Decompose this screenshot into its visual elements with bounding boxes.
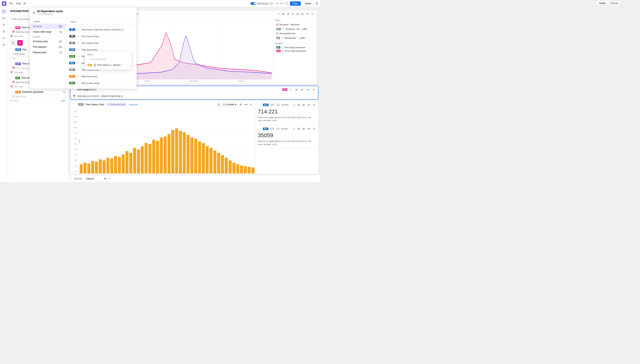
hist-more-btn[interactable]: ••• xyxy=(244,102,248,106)
dc-card-text-f: Time Series Chart xyxy=(82,42,133,44)
plot-label-metro: Metropolitan Ave xyxy=(279,32,314,34)
sidebar-icon-grid[interactable]: ⊞ xyxy=(1,29,7,34)
redo-btn[interactable]: ↪ xyxy=(280,2,283,5)
y-label-6: 6.0 xyxy=(75,154,77,156)
svg-rect-21 xyxy=(106,158,110,173)
edit-btn[interactable]: ✎ xyxy=(291,12,295,16)
canvas-select[interactable]: Canvas xyxy=(83,176,107,181)
history-btn[interactable]: 🕐 xyxy=(284,2,288,5)
dc-card-tag-kf: $KF xyxy=(69,68,75,71)
hist-add-plot-btn[interactable]: + Add plot xyxy=(128,104,138,106)
drag-handle-lv: ⋮⋮ xyxy=(258,128,262,130)
line-chart-icon-d: 〜 xyxy=(77,34,80,38)
calendar-icon3: 📅 xyxy=(12,81,15,84)
download-btn[interactable]: ⬇ xyxy=(286,12,290,16)
dc-nav-plot-stats[interactable]: Plot statistics 10 xyxy=(30,44,66,50)
expand-btn[interactable]: ⤢ xyxy=(277,12,281,16)
hist-search-btn[interactable]: 🔍 xyxy=(217,103,220,106)
nc-layout-lu[interactable]: ⊞ xyxy=(297,103,301,107)
plus-icon[interactable]: + xyxy=(71,177,72,180)
dc-card-item-f[interactable]: $F 〜 Time Series Chart xyxy=(66,40,137,46)
badge-num: 1 xyxy=(23,2,26,5)
dc-card-item-jm[interactable]: $JM 〜 Filter time series xyxy=(66,46,137,53)
sidebar-icon-refresh[interactable]: ↻ xyxy=(1,36,7,41)
hist-tag: $LS xyxy=(78,103,84,106)
close-btn[interactable]: ✕ xyxy=(310,12,314,16)
svg-rect-40 xyxy=(179,131,182,173)
nc-expand-lu[interactable]: ⤢ xyxy=(292,103,296,107)
filter-btn[interactable]: ⊟ xyxy=(17,40,23,46)
param-input-ju[interactable]: 🕐 Select time... xyxy=(10,94,66,99)
range-bracket-icon2: [ ] xyxy=(282,50,283,52)
range-item-ih[interactable]: $IH [ ] Time range parameter xyxy=(275,49,315,53)
dc-card-tag-f: $F xyxy=(69,42,75,44)
plot-item-metro-traffic[interactable]: $C 〜 Metropolitan ..._traffic xyxy=(275,36,315,40)
sidebar-icon-settings[interactable]: ⚙ xyxy=(1,42,7,48)
share-button[interactable]: Share xyxy=(302,1,314,6)
dc-nav-linked-plots[interactable]: All linked plots 17 xyxy=(30,39,66,44)
tr-close-btn[interactable]: ✕ xyxy=(312,88,316,92)
dc-nav-filtered-plots[interactable]: Filtered plots 3 xyxy=(30,50,66,55)
more-btn[interactable]: ••• xyxy=(305,12,310,16)
search-btn[interactable]: 🔍 xyxy=(10,40,16,46)
nc-layout-lv[interactable]: ⊞ xyxy=(297,127,301,131)
sidebar-icon-function[interactable]: fx xyxy=(1,22,7,28)
grid-btn[interactable]: ⊞ xyxy=(300,12,304,16)
nc-settings-lv[interactable]: ⚙ xyxy=(302,127,306,131)
plot-item-bushwick-main[interactable]: Bushwick - Aberdeen xyxy=(275,22,315,26)
nc-expand-lv[interactable]: ⤢ xyxy=(292,127,296,131)
histogram-plot: Count xyxy=(77,109,255,174)
tr-layout-btn[interactable]: ⊞ xyxy=(294,88,298,92)
quiver-switch[interactable] xyxy=(251,2,256,5)
dc-nav-count-charts: 5 xyxy=(59,31,63,33)
nc-tag-lu: $LU xyxy=(263,104,269,106)
dc-header-icon: ⊞ xyxy=(33,11,35,14)
tr-expand-btn[interactable]: ⤢ xyxy=(289,88,293,92)
dc-nav-all-cards[interactable]: All cards 10 xyxy=(30,24,66,29)
param-menu-ju[interactable]: ••• xyxy=(63,90,66,94)
dc-nav-charts-range[interactable]: Charts with range 5 xyxy=(30,29,66,34)
nc-settings-lu[interactable]: ⚙ xyxy=(302,103,306,107)
plot-item-bushwick-traffic[interactable]: $LD 〜 Bushwick - Ab..._traffic xyxy=(275,26,315,32)
svg-rect-22 xyxy=(110,158,113,173)
layout-btn[interactable]: ⊞ xyxy=(281,12,285,16)
plot-item-metro-main[interactable]: Metropolitan Ave xyxy=(275,32,315,36)
svg-rect-58 xyxy=(248,167,251,173)
filter-icon-ke: 〜 xyxy=(77,61,80,65)
nc-close-lu[interactable]: ✕ xyxy=(312,103,316,107)
dc-card-item-lh[interactable]: $LH 〜 Filter to time range xyxy=(66,80,137,86)
more-menu-btn[interactable]: ☰ xyxy=(315,2,318,5)
info-icon[interactable]: i xyxy=(270,2,273,5)
tr-more-btn[interactable]: ••• xyxy=(306,88,310,92)
range-item-h[interactable]: $H [ ] Time range parameter xyxy=(275,46,315,49)
nc-more-lv[interactable]: ••• xyxy=(307,127,311,131)
quiver-toggle[interactable]: New Quiver i xyxy=(249,2,274,6)
file-menu[interactable]: File xyxy=(8,2,14,5)
undo-btn[interactable]: ↩ xyxy=(276,2,279,5)
dc-card-item-kf[interactable]: $KF 〜 Time Series Chart xyxy=(66,66,137,73)
dc-card-item-ke[interactable]: $KE 〜 Filter time series Filter time ser… xyxy=(66,60,137,66)
tr-settings-btn[interactable]: ⚙ xyxy=(300,88,304,92)
help-menu[interactable]: Help xyxy=(15,2,22,5)
dependent-cards-dropdown[interactable]: ⊞ 10 Dependent cards + 17 linked plots C… xyxy=(30,7,137,89)
sidebar-icons: ☰ (x) fx ⊞ ↻ ⚙ xyxy=(0,7,8,182)
topbar-right: New Quiver i ↩ ↪ 🕐 Save Share ☰ xyxy=(249,1,318,6)
nc-num-lu: 1.0 xyxy=(276,104,280,106)
dc-card-item-jn[interactable]: $JN 〜 Filter time series xyxy=(66,53,137,60)
hist-close-btn[interactable]: ✕ xyxy=(249,102,253,106)
svg-rect-59 xyxy=(252,168,255,173)
convert-btn[interactable]: ⊟ Convert ▾ xyxy=(221,102,238,107)
svg-rect-32 xyxy=(148,144,152,173)
sidebar-icon-menu[interactable]: ☰ xyxy=(1,9,7,14)
nc-close-lv[interactable]: ✕ xyxy=(312,127,316,131)
x-label-october: October xyxy=(238,80,244,82)
sidebar-icon-variable[interactable]: (x) xyxy=(1,15,7,21)
dc-card-item-lf[interactable]: $LF 〜 Filter time series xyxy=(66,73,137,80)
nc-more-lu[interactable]: ••• xyxy=(307,103,311,107)
dc-card-item-d[interactable]: $D 〜 Time Series Chart xyxy=(66,33,137,40)
dc-card-item-a[interactable]: $A 〜 Time Series ChartTime Series ChartT… xyxy=(66,26,137,33)
split-btn[interactable]: ⊟ xyxy=(296,12,300,16)
hist-settings-btn[interactable]: ⚙ xyxy=(239,102,243,106)
save-button[interactable]: Save xyxy=(290,2,301,6)
dc-filter-input[interactable] xyxy=(69,20,134,24)
